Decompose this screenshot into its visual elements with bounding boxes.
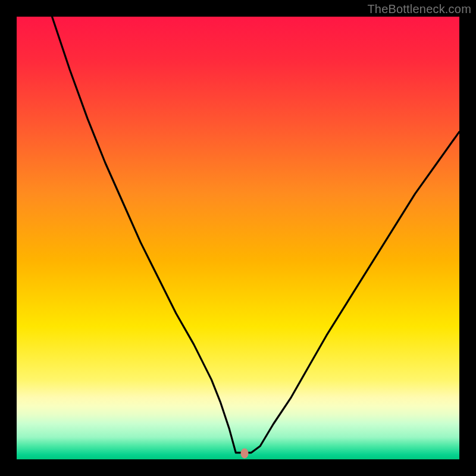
chart-frame: TheBottleneck.com [0,0,476,476]
optimum-marker [241,448,249,458]
bottleneck-curve [17,17,459,459]
watermark-text: TheBottleneck.com [367,2,471,16]
